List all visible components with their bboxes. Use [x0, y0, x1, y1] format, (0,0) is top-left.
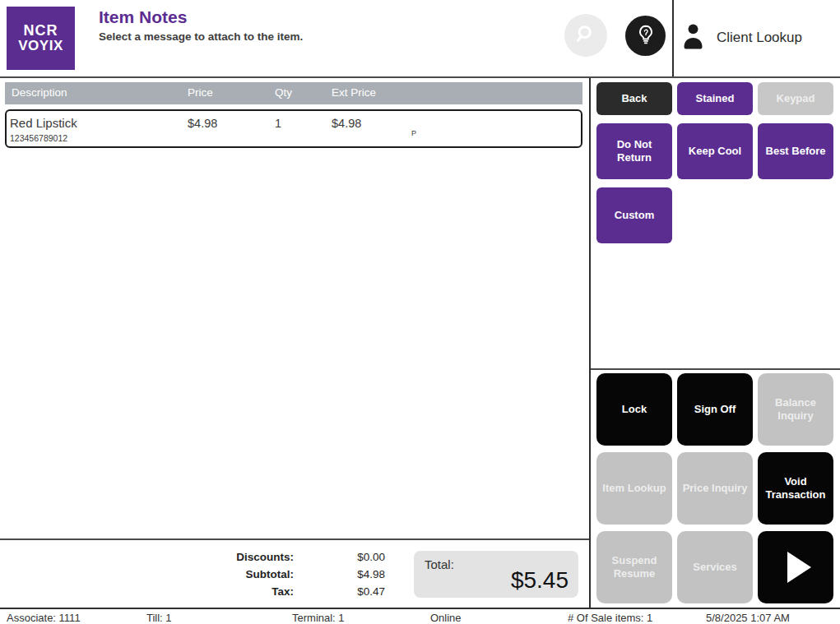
discounts-label: Discounts:	[236, 548, 294, 566]
keypad-button[interactable]: Keypad	[758, 82, 833, 115]
subtotal-value: $4.98	[294, 566, 385, 583]
column-price: Price	[188, 86, 213, 99]
item-qty: 1	[275, 117, 281, 130]
item-ext-price: $4.98	[332, 117, 361, 130]
note-button-custom[interactable]: Custom	[596, 187, 672, 243]
status-bar: Associate: 1111 Till: 1 Terminal: 1 Onli…	[0, 608, 840, 624]
status-datetime: 5/8/2025 1:07 AM	[706, 612, 790, 624]
totals-section: Discounts: $0.00 Subtotal: $4.98 Tax: $0…	[0, 538, 589, 608]
total-label: Total:	[425, 557, 454, 571]
services-button[interactable]: Services	[677, 531, 753, 603]
title-block: Item Notes Select a message to attach to…	[99, 7, 303, 43]
play-icon	[787, 552, 811, 583]
back-button[interactable]: Back	[596, 82, 672, 115]
status-sale-items: # Of Sale items: 1	[568, 612, 652, 624]
page-title: Item Notes	[99, 7, 303, 27]
item-flag: P	[411, 129, 416, 137]
tips-button[interactable]	[625, 16, 666, 56]
column-qty: Qty	[275, 86, 292, 99]
status-terminal: Terminal: 1	[292, 612, 345, 624]
note-button-do-not-return[interactable]: Do Not Return	[596, 123, 672, 179]
header-divider	[672, 0, 674, 76]
ncr-voyix-logo: NCR VOYIX	[7, 7, 75, 70]
discounts-value: $0.00	[294, 548, 385, 566]
table-row[interactable]: Red Lipstick $4.98 1 $4.98 123456789012 …	[5, 109, 582, 148]
client-lookup-label: Client Lookup	[717, 30, 802, 46]
item-note-buttons: Back Keypad Stained Do Not Return Keep C…	[596, 82, 833, 243]
search-icon	[573, 21, 598, 49]
receipt-table-header: Description Price Qty Ext Price	[5, 82, 582, 104]
lock-button[interactable]: Lock	[596, 373, 672, 446]
item-description: Red Lipstick	[10, 116, 77, 130]
subtotal-label: Subtotal:	[246, 566, 295, 583]
next-page-button[interactable]	[758, 531, 833, 603]
tax-label: Tax:	[271, 583, 294, 600]
void-transaction-button[interactable]: Void Transaction	[758, 452, 833, 525]
status-connection: Online	[430, 612, 462, 624]
page-subtitle: Select a message to attach to the item.	[99, 30, 303, 43]
sign-off-button[interactable]: Sign Off	[677, 373, 753, 446]
note-button-stained[interactable]: Stained	[677, 82, 753, 115]
item-lookup-button[interactable]: Item Lookup	[596, 452, 672, 525]
item-barcode: 123456789012	[10, 133, 67, 143]
search-button[interactable]	[564, 14, 607, 57]
balance-inquiry-button[interactable]: Balance Inquiry	[758, 373, 833, 446]
price-inquiry-button[interactable]: Price Inquiry	[677, 452, 753, 525]
status-till: Till: 1	[146, 612, 172, 624]
pos-app: NCR VOYIX Item Notes Select a message to…	[0, 0, 840, 624]
subtotal-line: Subtotal: $4.98	[0, 566, 385, 583]
note-button-best-before[interactable]: Best Before	[758, 123, 833, 179]
totals-lines: Discounts: $0.00 Subtotal: $4.98 Tax: $0…	[0, 548, 385, 600]
logo-line2: VOYIX	[18, 39, 63, 53]
tax-value: $0.47	[294, 583, 385, 600]
note-button-keep-cool[interactable]: Keep Cool	[677, 123, 753, 179]
receipt-area: Description Price Qty Ext Price Red Lips…	[0, 78, 589, 608]
column-description: Description	[12, 86, 67, 99]
column-ext-price: Ext Price	[332, 86, 376, 99]
item-price: $4.98	[188, 117, 217, 130]
person-icon	[680, 22, 706, 53]
function-buttons: Lock Sign Off Balance Inquiry Item Looku…	[596, 373, 833, 603]
logo-line1: NCR	[24, 23, 58, 39]
total-amount: $5.45	[511, 567, 569, 594]
lightbulb-icon	[634, 23, 657, 49]
main-content: Description Price Qty Ext Price Red Lips…	[0, 78, 840, 608]
status-associate: Associate: 1111	[7, 612, 81, 624]
total-box: Total: $5.45	[414, 551, 578, 598]
panel-divider	[591, 368, 840, 370]
client-lookup-button[interactable]: Client Lookup	[680, 20, 802, 56]
button-panel: Back Keypad Stained Do Not Return Keep C…	[589, 78, 840, 608]
discounts-line: Discounts: $0.00	[0, 548, 385, 566]
tax-line: Tax: $0.47	[0, 583, 385, 600]
suspend-resume-button[interactable]: Suspend Resume	[596, 531, 672, 603]
header: NCR VOYIX Item Notes Select a message to…	[0, 0, 840, 76]
